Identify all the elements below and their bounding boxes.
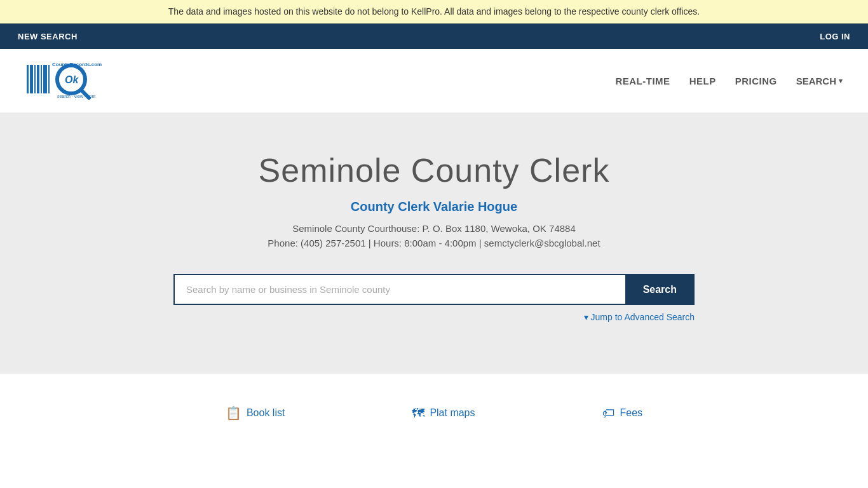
svg-text:search · view · print: search · view · print	[57, 94, 95, 99]
hero-subtitle: County Clerk Valarie Hogue	[13, 200, 855, 214]
nav-bar: NEW SEARCH LOG IN	[0, 24, 868, 49]
chevron-down-icon: ▾	[839, 77, 843, 85]
book-list-link[interactable]: 📋 Book list	[226, 405, 285, 421]
site-logo: Ok CountyRecords.com search · view · pri…	[25, 58, 114, 103]
nav-search-dropdown[interactable]: SEARCH ▾	[796, 76, 843, 86]
svg-text:Ok: Ok	[65, 74, 79, 85]
nav-help[interactable]: HELP	[689, 76, 716, 86]
site-header: Ok CountyRecords.com search · view · pri…	[0, 49, 868, 113]
plat-maps-label: Plat maps	[430, 407, 475, 419]
hero-section: Seminole County Clerk County Clerk Valar…	[0, 113, 868, 374]
fees-link[interactable]: 🏷 Fees	[602, 405, 643, 421]
search-container: Search	[173, 274, 695, 305]
logo-svg: Ok CountyRecords.com search · view · pri…	[25, 58, 114, 103]
banner-text: The data and images hosted on this websi…	[168, 6, 700, 17]
advanced-search-link[interactable]: ▾ Jump to Advanced Search	[584, 312, 695, 322]
hero-contact: Phone: (405) 257-2501 | Hours: 8:00am - …	[13, 238, 855, 248]
svg-rect-1	[30, 65, 33, 93]
book-list-label: Book list	[247, 407, 285, 419]
hero-address: Seminole County Courthouse: P. O. Box 11…	[13, 223, 855, 234]
svg-text:CountyRecords.com: CountyRecords.com	[52, 62, 102, 67]
top-banner: The data and images hosted on this websi…	[0, 0, 868, 24]
footer-links-section: 📋 Book list 🗺 Plat maps 🏷 Fees	[0, 374, 868, 446]
hero-title: Seminole County Clerk	[13, 151, 855, 189]
search-input[interactable]	[173, 274, 625, 305]
svg-rect-3	[37, 65, 39, 93]
main-nav: REAL-TIME HELP PRICING SEARCH ▾	[615, 76, 843, 86]
advanced-search-container: ▾ Jump to Advanced Search	[173, 311, 695, 323]
book-list-icon: 📋	[226, 405, 241, 421]
svg-rect-0	[27, 65, 29, 93]
svg-rect-2	[34, 65, 36, 93]
search-button[interactable]: Search	[625, 274, 695, 305]
login-link[interactable]: LOG IN	[815, 25, 855, 48]
nav-pricing[interactable]: PRICING	[735, 76, 777, 86]
plat-maps-icon: 🗺	[412, 406, 424, 421]
plat-maps-link[interactable]: 🗺 Plat maps	[412, 405, 475, 421]
svg-rect-6	[48, 65, 50, 93]
nav-realtime[interactable]: REAL-TIME	[615, 76, 670, 86]
svg-rect-4	[41, 65, 42, 93]
svg-rect-5	[43, 65, 47, 93]
new-search-link[interactable]: NEW SEARCH	[13, 25, 83, 48]
fees-label: Fees	[620, 407, 643, 419]
fees-icon: 🏷	[602, 406, 615, 421]
